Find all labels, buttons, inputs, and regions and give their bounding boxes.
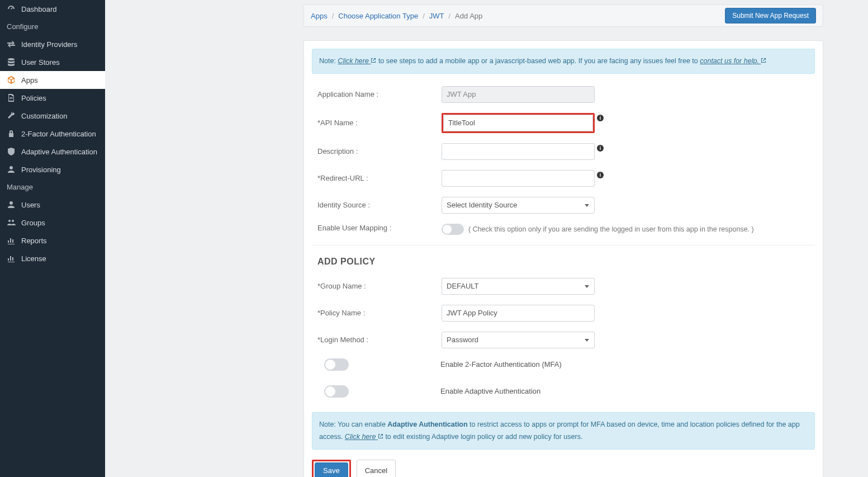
cancel-button[interactable]: Cancel <box>357 460 396 478</box>
breadcrumb-current: Add App <box>455 12 482 20</box>
click-here-adaptive-link[interactable]: Click here <box>345 433 383 441</box>
wrench-icon <box>7 111 16 120</box>
sidebar-item-label: Users <box>21 201 40 209</box>
redirect-url-input[interactable] <box>442 170 595 187</box>
api-name-input[interactable] <box>443 115 593 131</box>
application-name-label: Application Name : <box>317 90 442 98</box>
lock-icon <box>7 129 16 138</box>
login-method-select[interactable]: Password <box>442 332 595 348</box>
api-name-label: *API Name : <box>317 119 442 127</box>
policy-name-label: *Policy Name : <box>317 309 442 317</box>
sidebar-item-users[interactable]: Users <box>0 196 105 214</box>
enable-mfa-label: Enable 2-Factor Authentication (MFA) <box>440 360 562 369</box>
database-icon <box>7 58 16 67</box>
sidebar-item-identity-providers[interactable]: Identity Providers <box>0 35 105 53</box>
sidebar-item-reports[interactable]: Reports <box>0 232 105 249</box>
sidebar-item-adaptive-auth[interactable]: Adaptive Authentication <box>0 143 105 160</box>
identity-source-label: Identity Source : <box>317 201 442 209</box>
sidebar-item-customization[interactable]: Customization <box>0 107 105 125</box>
submit-new-app-button[interactable]: Submit New App Request <box>725 8 816 23</box>
group-name-label: *Group Name : <box>317 282 442 290</box>
user-icon <box>7 200 16 209</box>
sidebar-item-label: License <box>21 254 46 263</box>
save-button[interactable]: Save <box>315 462 348 478</box>
info-icon[interactable]: i <box>597 172 604 178</box>
breadcrumb-bar: Apps / Choose Application Type / JWT / A… <box>303 4 823 27</box>
sidebar-item-label: 2-Factor Authentication <box>21 130 96 138</box>
sidebar-item-label: Customization <box>21 112 67 120</box>
chart-icon <box>7 236 16 245</box>
external-link-icon <box>761 58 766 63</box>
info-icon[interactable]: i <box>597 145 604 152</box>
sidebar-section-manage: Manage <box>0 178 105 196</box>
description-label: Description : <box>317 147 442 155</box>
redirect-url-label: *Redirect-URL : <box>317 174 442 182</box>
user-icon <box>7 165 16 174</box>
sidebar: Dashboard Configure Identity Providers U… <box>0 0 105 477</box>
dashboard-icon <box>7 4 16 13</box>
sidebar-item-label: Reports <box>21 237 47 245</box>
users-icon <box>7 218 16 227</box>
sidebar-item-2fa[interactable]: 2-Factor Authentication <box>0 125 105 143</box>
sidebar-item-label: Policies <box>21 94 46 102</box>
sidebar-item-label: Identity Providers <box>21 40 77 49</box>
policy-name-input[interactable] <box>442 305 595 322</box>
breadcrumb-choose-type[interactable]: Choose Application Type <box>338 12 418 20</box>
shield-icon <box>7 147 16 156</box>
note-info-top: Note: Click here to see steps to add a m… <box>312 49 815 74</box>
click-here-link[interactable]: Click here <box>338 57 376 65</box>
external-link-icon <box>371 58 376 63</box>
sidebar-item-apps[interactable]: Apps <box>0 71 105 89</box>
sidebar-item-label: Adaptive Authentication <box>21 148 97 156</box>
enable-adaptive-label: Enable Adaptive Authentication <box>440 387 540 395</box>
enable-user-mapping-toggle[interactable] <box>442 224 464 235</box>
info-icon[interactable]: i <box>597 115 604 121</box>
sidebar-section-configure: Configure <box>0 18 105 35</box>
main-content: Apps / Choose Application Type / JWT / A… <box>105 0 868 477</box>
api-name-highlight <box>442 113 595 133</box>
sidebar-item-label: Dashboard <box>21 5 57 13</box>
divider <box>312 245 815 245</box>
login-method-label: *Login Method : <box>317 336 442 344</box>
breadcrumb-jwt[interactable]: JWT <box>429 12 444 20</box>
breadcrumb: Apps / Choose Application Type / JWT / A… <box>311 12 482 20</box>
note-info-bottom: Note: You can enable Adaptive Authentica… <box>312 412 815 450</box>
sidebar-item-label: Groups <box>21 219 45 227</box>
box-icon <box>7 75 16 84</box>
enable-mfa-toggle[interactable] <box>324 358 349 371</box>
arrows-icon <box>7 40 16 49</box>
sidebar-item-license[interactable]: License <box>0 249 105 267</box>
sidebar-item-user-stores[interactable]: User Stores <box>0 53 105 71</box>
sidebar-item-label: Provisioning <box>21 166 61 174</box>
application-name-input <box>442 86 595 103</box>
breadcrumb-apps[interactable]: Apps <box>311 12 328 20</box>
action-buttons: Save Cancel <box>312 460 815 478</box>
group-name-select[interactable]: DEFAULT <box>442 278 595 295</box>
mapping-help-text: ( Check this option only if you are send… <box>468 225 754 233</box>
save-button-highlight: Save <box>312 460 351 478</box>
enable-user-mapping-label: Enable User Mapping : <box>317 224 442 232</box>
identity-source-select[interactable]: Select Identity Source <box>442 197 595 214</box>
description-input[interactable] <box>442 143 595 160</box>
sidebar-item-dashboard[interactable]: Dashboard <box>0 0 105 18</box>
form-panel: Note: Click here to see steps to add a m… <box>303 40 823 477</box>
enable-adaptive-toggle[interactable] <box>324 385 349 398</box>
contact-us-link[interactable]: contact us for help. <box>700 57 766 65</box>
document-icon <box>7 93 16 102</box>
sidebar-item-groups[interactable]: Groups <box>0 214 105 232</box>
sidebar-item-policies[interactable]: Policies <box>0 89 105 107</box>
add-policy-heading: ADD POLICY <box>317 257 815 267</box>
sidebar-item-label: User Stores <box>21 58 60 67</box>
sidebar-item-label: Apps <box>21 76 38 84</box>
chart-icon <box>7 254 16 263</box>
external-link-icon <box>378 433 383 439</box>
sidebar-item-provisioning[interactable]: Provisioning <box>0 160 105 178</box>
